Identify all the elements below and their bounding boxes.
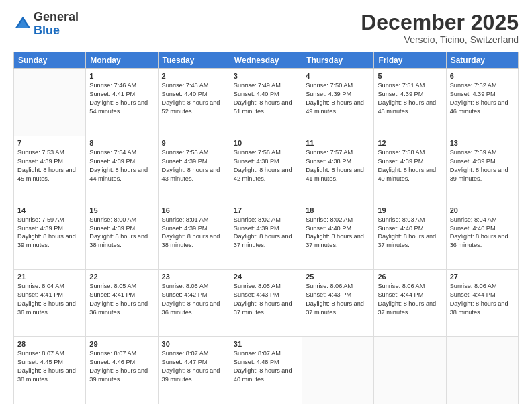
day-info: Sunrise: 8:07 AM Sunset: 4:45 PM Dayligh… [17, 349, 82, 384]
logo-text: General Blue [34, 11, 79, 38]
month-title: December 2025 [361, 11, 519, 34]
calendar-cell-2-5: 19 Sunrise: 8:03 AM Sunset: 4:40 PM Dayl… [374, 203, 446, 270]
calendar-cell-3-2: 23 Sunrise: 8:05 AM Sunset: 4:42 PM Dayl… [158, 270, 230, 337]
day-info: Sunrise: 7:59 AM Sunset: 4:39 PM Dayligh… [17, 216, 82, 250]
day-number: 2 [162, 72, 226, 80]
calendar-cell-2-1: 15 Sunrise: 8:00 AM Sunset: 4:39 PM Dayl… [86, 203, 158, 270]
day-info: Sunrise: 7:57 AM Sunset: 4:38 PM Dayligh… [306, 148, 370, 183]
header-tuesday: Tuesday [158, 52, 230, 69]
calendar-cell-4-0: 28 Sunrise: 8:07 AM Sunset: 4:45 PM Dayl… [14, 337, 86, 404]
day-number: 8 [89, 139, 154, 147]
calendar-cell-2-3: 17 Sunrise: 8:02 AM Sunset: 4:39 PM Dayl… [230, 203, 302, 270]
day-info: Sunrise: 7:53 AM Sunset: 4:39 PM Dayligh… [17, 148, 82, 183]
logo-blue: Blue [34, 24, 79, 38]
calendar-cell-4-3: 31 Sunrise: 8:07 AM Sunset: 4:48 PM Dayl… [230, 337, 302, 404]
day-info: Sunrise: 8:05 AM Sunset: 4:41 PM Dayligh… [89, 282, 154, 317]
day-info: Sunrise: 8:02 AM Sunset: 4:40 PM Dayligh… [306, 216, 370, 250]
day-number: 22 [89, 273, 154, 281]
day-number: 5 [378, 72, 442, 80]
calendar-cell-4-2: 30 Sunrise: 8:07 AM Sunset: 4:47 PM Dayl… [158, 337, 230, 404]
day-info: Sunrise: 7:49 AM Sunset: 4:40 PM Dayligh… [234, 81, 298, 116]
day-info: Sunrise: 8:07 AM Sunset: 4:46 PM Dayligh… [89, 349, 154, 384]
day-number: 21 [17, 273, 82, 281]
day-number: 26 [378, 273, 442, 281]
day-info: Sunrise: 7:56 AM Sunset: 4:38 PM Dayligh… [234, 148, 298, 183]
day-number: 11 [306, 139, 370, 147]
day-number: 7 [17, 139, 82, 147]
week-row-2: 7 Sunrise: 7:53 AM Sunset: 4:39 PM Dayli… [14, 136, 519, 203]
calendar-cell-2-4: 18 Sunrise: 8:02 AM Sunset: 4:40 PM Dayl… [302, 203, 374, 270]
calendar-cell-4-6 [446, 337, 518, 404]
location: Verscio, Ticino, Switzerland [361, 34, 519, 45]
day-info: Sunrise: 7:48 AM Sunset: 4:40 PM Dayligh… [162, 81, 226, 116]
header-monday: Monday [86, 52, 158, 69]
header-wednesday: Wednesday [230, 52, 302, 69]
calendar-table: Sunday Monday Tuesday Wednesday Thursday… [13, 52, 519, 404]
calendar-page: General Blue December 2025 Verscio, Tici… [0, 0, 532, 411]
day-info: Sunrise: 8:07 AM Sunset: 4:47 PM Dayligh… [162, 349, 226, 384]
header: General Blue December 2025 Verscio, Tici… [13, 11, 519, 45]
day-info: Sunrise: 7:52 AM Sunset: 4:39 PM Dayligh… [450, 81, 515, 116]
day-info: Sunrise: 7:55 AM Sunset: 4:39 PM Dayligh… [162, 148, 226, 183]
day-number: 28 [17, 340, 82, 348]
calendar-cell-1-3: 10 Sunrise: 7:56 AM Sunset: 4:38 PM Dayl… [230, 136, 302, 203]
calendar-cell-3-6: 27 Sunrise: 8:06 AM Sunset: 4:44 PM Dayl… [446, 270, 518, 337]
day-number: 15 [89, 206, 154, 214]
calendar-cell-3-0: 21 Sunrise: 8:04 AM Sunset: 4:41 PM Dayl… [14, 270, 86, 337]
day-number: 4 [306, 72, 370, 80]
calendar-cell-0-6: 6 Sunrise: 7:52 AM Sunset: 4:39 PM Dayli… [446, 69, 518, 136]
calendar-cell-0-1: 1 Sunrise: 7:46 AM Sunset: 4:41 PM Dayli… [86, 69, 158, 136]
title-section: December 2025 Verscio, Ticino, Switzerla… [361, 11, 519, 45]
logo: General Blue [13, 11, 79, 38]
calendar-cell-1-0: 7 Sunrise: 7:53 AM Sunset: 4:39 PM Dayli… [14, 136, 86, 203]
calendar-cell-4-4 [302, 337, 374, 404]
calendar-cell-0-5: 5 Sunrise: 7:51 AM Sunset: 4:39 PM Dayli… [374, 69, 446, 136]
day-number: 9 [162, 139, 226, 147]
day-number: 3 [234, 72, 298, 80]
day-number: 27 [450, 273, 515, 281]
calendar-cell-4-1: 29 Sunrise: 8:07 AM Sunset: 4:46 PM Dayl… [86, 337, 158, 404]
week-row-1: 1 Sunrise: 7:46 AM Sunset: 4:41 PM Dayli… [14, 69, 519, 136]
day-number: 30 [162, 340, 226, 348]
calendar-cell-1-1: 8 Sunrise: 7:54 AM Sunset: 4:39 PM Dayli… [86, 136, 158, 203]
day-number: 24 [234, 273, 298, 281]
calendar-cell-2-0: 14 Sunrise: 7:59 AM Sunset: 4:39 PM Dayl… [14, 203, 86, 270]
day-number: 13 [450, 139, 515, 147]
day-number: 10 [234, 139, 298, 147]
calendar-cell-1-2: 9 Sunrise: 7:55 AM Sunset: 4:39 PM Dayli… [158, 136, 230, 203]
header-saturday: Saturday [446, 52, 518, 69]
day-info: Sunrise: 8:04 AM Sunset: 4:40 PM Dayligh… [450, 216, 515, 250]
day-number: 19 [378, 206, 442, 214]
calendar-cell-4-5 [374, 337, 446, 404]
day-number: 16 [162, 206, 226, 214]
day-info: Sunrise: 8:05 AM Sunset: 4:43 PM Dayligh… [234, 282, 298, 317]
calendar-cell-1-6: 13 Sunrise: 7:59 AM Sunset: 4:39 PM Dayl… [446, 136, 518, 203]
day-number: 12 [378, 139, 442, 147]
day-info: Sunrise: 8:01 AM Sunset: 4:39 PM Dayligh… [162, 216, 226, 250]
day-info: Sunrise: 8:03 AM Sunset: 4:40 PM Dayligh… [378, 216, 442, 250]
header-thursday: Thursday [302, 52, 374, 69]
day-number: 25 [306, 273, 370, 281]
week-row-5: 28 Sunrise: 8:07 AM Sunset: 4:45 PM Dayl… [14, 337, 519, 404]
day-info: Sunrise: 7:58 AM Sunset: 4:39 PM Dayligh… [378, 148, 442, 183]
day-number: 29 [89, 340, 154, 348]
day-number: 1 [89, 72, 154, 80]
day-number: 14 [17, 206, 82, 214]
calendar-cell-0-4: 4 Sunrise: 7:50 AM Sunset: 4:39 PM Dayli… [302, 69, 374, 136]
day-number: 18 [306, 206, 370, 214]
calendar-cell-3-4: 25 Sunrise: 8:06 AM Sunset: 4:43 PM Dayl… [302, 270, 374, 337]
calendar-cell-0-2: 2 Sunrise: 7:48 AM Sunset: 4:40 PM Dayli… [158, 69, 230, 136]
day-number: 23 [162, 273, 226, 281]
calendar-cell-1-4: 11 Sunrise: 7:57 AM Sunset: 4:38 PM Dayl… [302, 136, 374, 203]
day-info: Sunrise: 8:02 AM Sunset: 4:39 PM Dayligh… [234, 216, 298, 250]
day-info: Sunrise: 8:06 AM Sunset: 4:43 PM Dayligh… [306, 282, 370, 317]
day-info: Sunrise: 7:50 AM Sunset: 4:39 PM Dayligh… [306, 81, 370, 116]
day-info: Sunrise: 7:46 AM Sunset: 4:41 PM Dayligh… [89, 81, 154, 116]
day-info: Sunrise: 8:05 AM Sunset: 4:42 PM Dayligh… [162, 282, 226, 317]
calendar-cell-0-0 [14, 69, 86, 136]
calendar-cell-3-3: 24 Sunrise: 8:05 AM Sunset: 4:43 PM Dayl… [230, 270, 302, 337]
day-info: Sunrise: 8:00 AM Sunset: 4:39 PM Dayligh… [89, 216, 154, 250]
calendar-cell-3-5: 26 Sunrise: 8:06 AM Sunset: 4:44 PM Dayl… [374, 270, 446, 337]
day-number: 31 [234, 340, 298, 348]
day-info: Sunrise: 8:07 AM Sunset: 4:48 PM Dayligh… [234, 349, 298, 384]
